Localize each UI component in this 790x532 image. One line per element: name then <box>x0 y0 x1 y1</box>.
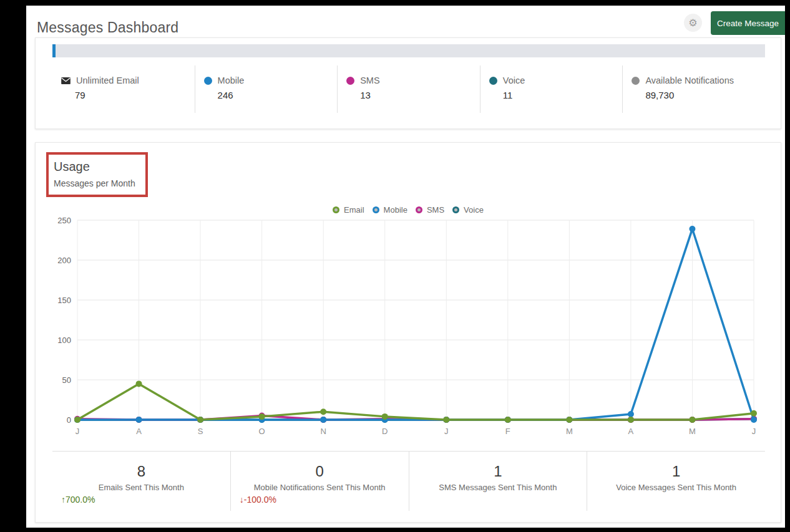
series-line-mobile <box>77 229 754 420</box>
email-legend-ring-icon <box>333 206 339 213</box>
x-tick-label: M <box>689 427 696 436</box>
y-tick-label: 250 <box>57 216 71 225</box>
stat-value: 13 <box>360 90 480 100</box>
chart-legend: Email Mobile SMS Voice <box>36 205 781 215</box>
monthly-value: 8 <box>52 463 230 480</box>
data-point-mobile-N-0 <box>320 417 326 423</box>
data-point-mobile-M-239 <box>689 226 695 232</box>
usage-card: Usage Messages per Month Email Mobile SM… <box>35 142 781 523</box>
x-tick-label: A <box>628 427 634 436</box>
page-header: Messages Dashboard ⚙ Create Message <box>26 6 785 42</box>
data-point-email-O-4 <box>259 414 265 420</box>
legend-item-mobile[interactable]: Mobile <box>373 205 407 215</box>
y-tick-label: 50 <box>62 375 71 385</box>
monthly-stat-sms: 1 SMS Messages Sent This Month <box>409 452 588 511</box>
x-tick-label: J <box>752 427 756 436</box>
mobile-legend-ring-icon <box>373 206 379 213</box>
monthly-value: 1 <box>409 463 587 480</box>
usage-line-chart: 050100150200250JASONDJFMAMJ <box>52 216 765 442</box>
x-tick-label: N <box>320 427 326 436</box>
monthly-stat-mobile: 0 Mobile Notifications Sent This Month ↓… <box>231 452 409 511</box>
monthly-stat-emails: 8 Emails Sent This Month ↑700.0% <box>52 452 231 511</box>
x-tick-label: S <box>198 427 203 436</box>
usage-subtitle: Messages per Month <box>54 178 135 188</box>
x-tick-label: D <box>382 427 388 436</box>
data-point-email-J-0 <box>443 417 449 423</box>
data-point-email-A-45 <box>136 380 142 387</box>
envelope-icon <box>61 77 71 84</box>
data-point-email-D-4 <box>382 414 388 420</box>
stat-label: Unlimited Email <box>76 75 139 85</box>
x-tick-label: A <box>136 427 142 436</box>
stat-label: Voice <box>503 75 525 85</box>
stat-label: SMS <box>360 75 379 85</box>
stat-unlimited-email: Unlimited Email 79 <box>52 65 195 113</box>
stat-available-notifications: Available Notifications 89,730 <box>623 65 765 113</box>
data-point-email-M-0 <box>566 417 572 423</box>
sms-legend-ring-icon <box>416 206 422 213</box>
data-point-email-J-8 <box>751 410 757 417</box>
series-line-email <box>77 384 754 420</box>
monthly-stats-row: 8 Emails Sent This Month ↑700.0% 0 Mobil… <box>52 451 765 511</box>
legend-label: Mobile <box>384 205 407 215</box>
monthly-label: Emails Sent This Month <box>52 483 230 492</box>
data-point-mobile-A-7 <box>628 411 634 417</box>
create-message-button[interactable]: Create Message <box>711 11 785 35</box>
legend-label: Email <box>344 205 364 215</box>
legend-item-voice[interactable]: Voice <box>452 205 484 215</box>
voice-legend-ring-icon <box>452 206 459 213</box>
usage-annotation-box: Usage Messages per Month <box>46 152 148 197</box>
monthly-label: SMS Messages Sent This Month <box>409 483 587 492</box>
stat-value: 11 <box>503 90 623 100</box>
sms-dot-icon <box>346 77 354 85</box>
available-dot-icon <box>632 77 640 85</box>
data-point-email-F-0 <box>505 417 511 423</box>
usage-title: Usage <box>54 160 90 174</box>
x-tick-label: O <box>259 427 265 436</box>
x-tick-label: J <box>444 427 449 436</box>
data-point-mobile-A-0 <box>136 417 142 423</box>
y-tick-label: 150 <box>57 296 71 305</box>
monthly-value: 0 <box>231 463 409 480</box>
gear-icon: ⚙ <box>688 17 697 28</box>
data-point-email-N-10 <box>320 409 326 415</box>
legend-item-sms[interactable]: SMS <box>416 205 444 215</box>
monthly-label: Voice Messages Sent This Month <box>587 483 765 492</box>
y-tick-label: 0 <box>67 415 71 425</box>
plan-usage-progressbar <box>52 44 765 57</box>
legend-item-email[interactable]: Email <box>333 205 364 215</box>
stat-voice: Voice 11 <box>480 65 623 113</box>
mobile-dot-icon <box>204 77 212 85</box>
plan-usage-progress-fill <box>52 44 56 57</box>
page-title: Messages Dashboard <box>37 19 178 36</box>
x-tick-label: F <box>505 427 510 436</box>
y-tick-label: 100 <box>57 336 71 345</box>
stat-value: 89,730 <box>645 90 765 100</box>
data-point-email-M-0 <box>689 417 695 423</box>
stat-value: 246 <box>218 90 338 100</box>
delta-down-indicator: ↓-100.0% <box>240 495 276 505</box>
y-tick-label: 200 <box>57 256 71 265</box>
data-point-email-J-0 <box>74 417 80 423</box>
x-tick-label: J <box>76 427 80 436</box>
stat-label: Available Notifications <box>645 75 734 85</box>
stat-mobile: Mobile 246 <box>195 65 338 113</box>
stat-label: Mobile <box>218 75 245 85</box>
legend-label: Voice <box>464 205 484 215</box>
messages-dashboard-page: Messages Dashboard ⚙ Create Message U <box>26 6 785 528</box>
monthly-label: Mobile Notifications Sent This Month <box>231 483 409 492</box>
summary-stats-row: Unlimited Email 79 Mobile 246 SMS <box>52 65 765 113</box>
monthly-stat-voice: 1 Voice Messages Sent This Month <box>587 452 765 511</box>
stat-value: 79 <box>75 90 195 100</box>
summary-card: Unlimited Email 79 Mobile 246 SMS <box>35 37 781 129</box>
x-tick-label: M <box>566 427 573 436</box>
voice-dot-icon <box>489 77 497 85</box>
data-point-email-A-0 <box>628 417 634 423</box>
delta-up-indicator: ↑700.0% <box>61 495 95 505</box>
window-frame: Messages Dashboard ⚙ Create Message U <box>0 0 790 532</box>
settings-button[interactable]: ⚙ <box>684 14 702 32</box>
legend-label: SMS <box>427 205 444 215</box>
data-point-email-S-0 <box>197 417 203 423</box>
data-point-mobile-J-0 <box>751 417 757 423</box>
stat-sms: SMS 13 <box>338 65 480 113</box>
